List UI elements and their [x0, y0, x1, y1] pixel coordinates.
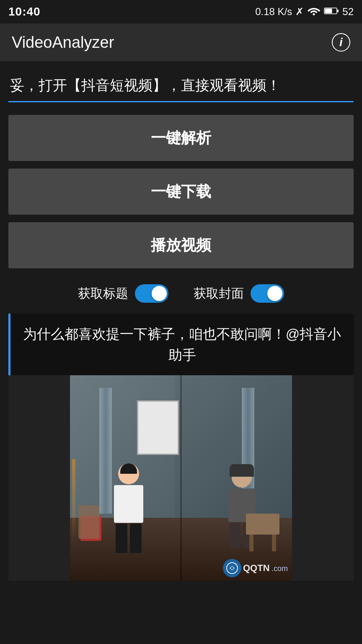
person-white-hair	[120, 463, 137, 474]
get-cover-toggle-knob	[267, 286, 282, 301]
person-white-head	[118, 463, 139, 484]
svg-point-5	[231, 567, 233, 569]
watermark: QQTN .com	[223, 559, 288, 577]
parse-button[interactable]: 一键解析	[8, 115, 354, 161]
watermark-site: QQTN	[243, 563, 270, 573]
person-dark-head	[232, 467, 252, 488]
get-title-toggle-item: 获取标题	[78, 284, 168, 303]
watermark-text-group: QQTN .com	[243, 563, 288, 574]
get-title-toggle[interactable]	[135, 284, 168, 303]
status-right: 0.18 K/s ✗ 52	[255, 5, 354, 18]
person-dark-leg-left	[230, 523, 240, 548]
svg-point-0	[313, 13, 315, 16]
table	[246, 514, 279, 535]
download-button[interactable]: 一键下载	[8, 169, 354, 215]
person-white-body	[114, 485, 143, 523]
url-input[interactable]	[8, 73, 354, 98]
status-time: 10:40	[8, 5, 41, 18]
thumb-scene: QQTN .com	[70, 375, 292, 581]
wifi-icon	[307, 5, 321, 18]
person-white-legs	[112, 524, 145, 553]
person-white-leg-left	[116, 524, 127, 553]
battery-percent: 52	[342, 6, 354, 18]
background-person	[78, 505, 99, 539]
video-title: 为什么都喜欢提一下裤子，咱也不敢问啊！@抖音小助手	[19, 324, 345, 365]
person-white-leg-right	[130, 524, 142, 553]
watermark-logo	[223, 559, 241, 577]
toggle-row: 获取标题 获取封面	[8, 276, 354, 309]
info-icon[interactable]: i	[332, 33, 350, 52]
person-dark-cap	[230, 464, 254, 477]
video-title-bar: 为什么都喜欢提一下裤子，咱也不敢问啊！@抖音小助手	[8, 314, 354, 375]
get-title-label: 获取标题	[78, 285, 128, 302]
url-input-container	[8, 73, 354, 102]
get-cover-toggle[interactable]	[251, 284, 284, 303]
app-bar: VideoAnalyzer i	[0, 23, 362, 61]
video-thumbnail: QQTN .com	[70, 375, 292, 581]
battery-icon	[324, 6, 339, 18]
thumb-divider	[181, 375, 182, 581]
signal-icon: ✗	[295, 6, 304, 18]
svg-rect-3	[325, 9, 332, 13]
get-cover-label: 获取封面	[194, 285, 244, 302]
column-left	[99, 388, 112, 514]
get-cover-toggle-item: 获取封面	[194, 284, 284, 303]
get-title-toggle-knob	[152, 286, 167, 301]
play-button[interactable]: 播放视频	[8, 222, 354, 268]
person-white	[112, 463, 145, 547]
app-title: VideoAnalyzer	[12, 34, 114, 52]
main-content: 一键解析 一键下载 播放视频 获取标题 获取封面 为什么都喜欢提一下裤子，咱也不…	[0, 61, 362, 581]
network-speed: 0.18 K/s	[255, 6, 292, 18]
whiteboard	[137, 400, 179, 455]
svg-rect-2	[337, 10, 339, 12]
wall-light	[72, 459, 75, 543]
status-bar: 10:40 0.18 K/s ✗ 52	[0, 0, 362, 23]
table-leg-right	[272, 535, 276, 551]
result-area: 为什么都喜欢提一下裤子，咱也不敢问啊！@抖音小助手	[8, 314, 354, 581]
table-leg-left	[249, 535, 253, 551]
watermark-domain: .com	[272, 564, 288, 573]
